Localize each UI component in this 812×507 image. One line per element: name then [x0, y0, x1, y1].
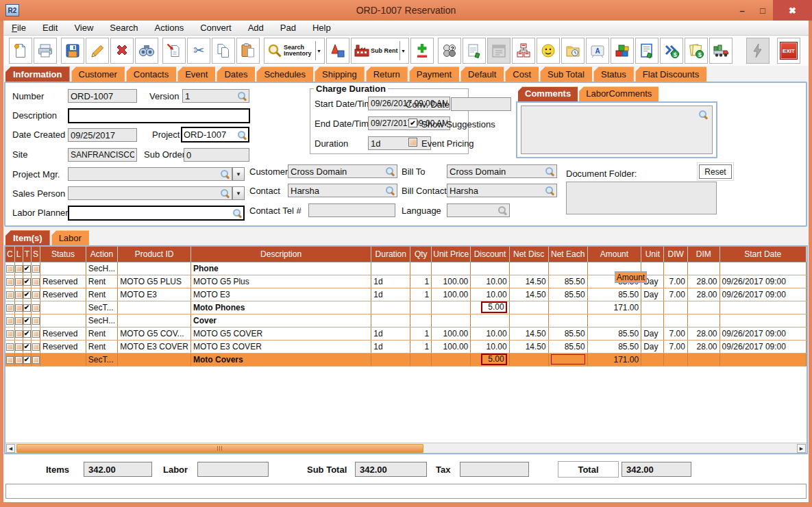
version-lookup-icon[interactable] — [237, 91, 247, 101]
column-header-net-disc[interactable]: Net Disc — [509, 247, 548, 262]
menu-view[interactable]: View — [74, 23, 93, 33]
t-checkbox-icon[interactable] — [23, 265, 31, 273]
project-mgr-field[interactable] — [68, 167, 232, 181]
column-header-c[interactable]: C — [5, 247, 14, 262]
s-checkbox-icon[interactable] — [32, 330, 40, 338]
tab-flat-discounts[interactable]: Flat Discounts — [635, 66, 706, 82]
column-header-unit-price[interactable]: Unit Price — [432, 247, 471, 262]
s-checkbox-icon[interactable] — [32, 265, 40, 273]
show-suggestions-checkbox[interactable] — [408, 119, 417, 127]
reset-button[interactable]: Reset — [699, 164, 732, 179]
tab-status[interactable]: Status — [593, 66, 634, 82]
maximize-button[interactable]: □ — [752, 0, 773, 21]
menu-add[interactable]: Add — [248, 23, 264, 33]
column-header-net-each[interactable]: Net Each — [548, 247, 587, 262]
shapes-button[interactable] — [326, 38, 349, 64]
scroll-right-icon[interactable] — [797, 444, 806, 453]
search-inventory-button[interactable]: Search Inventory▼ — [264, 38, 325, 64]
truck-button[interactable] — [709, 38, 733, 64]
tab-labor[interactable]: Labor — [51, 230, 89, 245]
edit-button[interactable] — [86, 38, 109, 64]
menu-convert[interactable]: Convert — [200, 23, 232, 33]
t-checkbox-icon[interactable] — [23, 356, 31, 364]
column-header-start-date[interactable]: Start Date — [719, 247, 806, 262]
tab-item-s[interactable]: Item(s) — [5, 230, 50, 245]
event-pricing-checkbox[interactable] — [408, 138, 417, 147]
table-row[interactable]: ReservedRentMOTO G5 PLUSMOTO G5 Plus1d11… — [5, 275, 807, 288]
s-checkbox-icon[interactable] — [32, 291, 40, 299]
column-header-duration[interactable]: Duration — [371, 247, 410, 262]
description-field[interactable] — [68, 108, 250, 123]
add-button[interactable] — [410, 38, 434, 64]
conv-date-field[interactable] — [451, 97, 511, 111]
tab-contacts[interactable]: Contacts — [126, 66, 176, 82]
paste-button[interactable] — [236, 38, 260, 64]
tab-cost[interactable]: Cost — [505, 66, 539, 82]
close-button[interactable]: ✖ — [773, 0, 812, 21]
s-checkbox-icon[interactable] — [32, 343, 40, 351]
date-created-field[interactable]: 09/25/2017 — [68, 128, 137, 142]
send-money-button[interactable]: $ — [660, 38, 683, 64]
t-checkbox-icon[interactable] — [23, 278, 31, 286]
tab-event[interactable]: Event — [177, 66, 215, 82]
menu-help[interactable]: Help — [312, 23, 331, 33]
customer-field[interactable]: Cross Domain — [288, 164, 397, 178]
menu-search[interactable]: Search — [110, 23, 138, 33]
tab-return[interactable]: Return — [366, 66, 408, 82]
notes-button[interactable] — [463, 38, 486, 64]
group-query-button[interactable]: ? — [438, 38, 461, 64]
s-checkbox-icon[interactable] — [32, 356, 40, 364]
contact-lookup-icon[interactable] — [385, 186, 395, 195]
sub-rent-dropdown-icon[interactable]: ▼ — [399, 41, 406, 60]
l-checkbox-icon[interactable] — [15, 291, 23, 299]
sales-person-lookup-icon[interactable] — [220, 188, 230, 198]
s-checkbox-icon[interactable] — [32, 278, 40, 286]
copy-button[interactable] — [212, 38, 235, 64]
edit-document-button[interactable] — [635, 38, 659, 64]
column-header-diw[interactable]: DIW — [664, 247, 687, 262]
table-row[interactable]: SecT...Moto Covers5.00171.00 — [5, 353, 807, 366]
minimize-button[interactable]: – — [732, 0, 752, 21]
tab-dates[interactable]: Dates — [217, 66, 255, 82]
column-header-action[interactable]: Action — [86, 247, 117, 262]
table-row[interactable]: SecH...Cover — [5, 314, 807, 327]
smiley-button[interactable] — [537, 38, 560, 64]
table-row[interactable]: ReservedRentMOTO G5 COV...MOTO G5 COVER1… — [5, 327, 807, 340]
menu-edit[interactable]: Edit — [42, 23, 58, 33]
keyboard-button[interactable]: A — [586, 38, 609, 64]
customer-lookup-icon[interactable] — [385, 166, 395, 176]
project-field[interactable]: ORD-1007 — [181, 127, 249, 143]
language-field[interactable] — [447, 203, 510, 217]
l-checkbox-icon[interactable] — [15, 304, 23, 312]
tab-payment[interactable]: Payment — [409, 66, 459, 82]
c-checkbox-icon[interactable] — [6, 356, 14, 364]
column-header-l[interactable]: L — [14, 247, 23, 262]
column-header-amount[interactable]: Amount — [587, 247, 641, 262]
c-checkbox-icon[interactable] — [6, 291, 14, 299]
scroll-left-icon[interactable] — [6, 444, 15, 453]
labor-planner-lookup-icon[interactable] — [232, 208, 242, 218]
c-checkbox-icon[interactable] — [6, 343, 14, 351]
tab-customer[interactable]: Customer — [71, 66, 125, 82]
scrollbar-thumb[interactable] — [16, 444, 423, 453]
column-header-unit[interactable]: Unit — [641, 247, 664, 262]
column-header-dim[interactable]: DIM — [687, 247, 719, 262]
table-row[interactable]: ReservedRentMOTO E3 COVERMOTO E3 COVER1d… — [5, 340, 807, 353]
print-button[interactable] — [34, 38, 57, 64]
column-header-discount[interactable]: Discount — [471, 247, 509, 262]
tab-shipping[interactable]: Shipping — [315, 66, 365, 82]
labor-planner-field[interactable] — [68, 206, 245, 221]
menu-pad[interactable]: Pad — [280, 23, 296, 33]
column-header-s[interactable]: S — [32, 247, 40, 262]
number-field[interactable]: ORD-1007 — [68, 89, 137, 103]
table-row[interactable]: SecT...Moto Phones5.00171.00 — [5, 301, 807, 314]
l-checkbox-icon[interactable] — [15, 278, 23, 286]
c-checkbox-icon[interactable] — [6, 304, 14, 312]
bill-to-field[interactable]: Cross Domain — [447, 164, 557, 178]
tab-laborcomments[interactable]: LaborComments — [579, 86, 659, 101]
folder-versions-button[interactable] — [561, 38, 585, 64]
search-inventory-dropdown-icon[interactable]: ▼ — [315, 41, 322, 60]
bill-to-lookup-icon[interactable] — [545, 166, 554, 176]
project-lookup-icon[interactable] — [237, 130, 247, 140]
tab-sub-total[interactable]: Sub Total — [540, 66, 592, 82]
